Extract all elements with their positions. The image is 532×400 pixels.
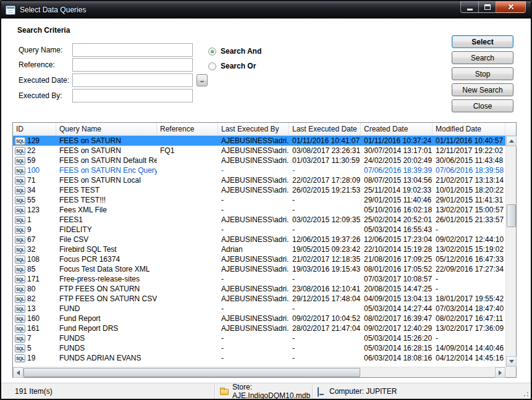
cell-by: - <box>218 353 289 363</box>
cell-id: SQL108 <box>13 254 56 264</box>
grid-row[interactable]: SQL34FEES TESTAJEBUSINESS\adri...26/02/2… <box>13 185 505 195</box>
search-button[interactable]: Search <box>452 51 513 64</box>
cell-ref <box>157 274 218 284</box>
radio-search-and[interactable]: Search And <box>208 47 261 56</box>
cell-last: - <box>289 225 361 235</box>
column-header-last-executed-by[interactable]: Last Executed By <box>218 123 289 135</box>
cell-ref <box>157 314 218 323</box>
grid-row[interactable]: SQL80FTP FEES ON SATURNAJEBUSINESS\adri.… <box>13 284 505 294</box>
grid-row[interactable]: SQL67File CSVAJEBUSINESS\adri...12/06/20… <box>13 235 505 244</box>
grid-row[interactable]: SQL108Focus PCR 16374AJEBUSINESS\adri...… <box>13 254 505 264</box>
radio-search-and-circle[interactable] <box>208 48 216 56</box>
cell-created: 08/01/2016 17:05:52 <box>361 264 433 274</box>
scroll-up-button[interactable] <box>506 136 517 146</box>
cell-ref <box>157 294 218 304</box>
reference-input[interactable] <box>72 58 193 72</box>
sql-query-icon: SQL <box>15 256 25 264</box>
grid-row[interactable]: SQL160Fund ReportAJEBUSINESS\adri...09/0… <box>13 314 505 323</box>
column-header-reference[interactable]: Reference <box>157 123 218 135</box>
grid-row[interactable]: SQL5FUNDS--05/03/2014 16:28:1514/09/2014… <box>13 343 505 353</box>
stop-button[interactable]: Stop <box>452 67 513 80</box>
sql-query-icon: SQL <box>15 196 25 204</box>
grid-row[interactable]: SQL32Firebird SQL TestAdrian19/05/2015 0… <box>13 244 505 254</box>
grid-row[interactable]: SQL9FIDELITY--05/03/2014 16:55:43- <box>13 225 505 235</box>
cell-id: SQL5 <box>13 343 56 353</box>
cell-last: 09/02/2017 10:04:52 <box>289 314 361 323</box>
sql-query-icon: SQL <box>15 305 25 313</box>
cell-created: 05/03/2014 16:28:15 <box>361 343 433 353</box>
executed-date-input[interactable] <box>72 73 193 87</box>
cell-name: Focus PCR 16374 <box>56 254 157 264</box>
radio-search-or[interactable]: Search Or <box>208 62 256 70</box>
query-id: 1 <box>27 215 32 225</box>
minimize-button[interactable] <box>460 1 479 13</box>
grid-row[interactable]: SQL85Focus Test Data Store XMLAJEBUSINES… <box>13 264 505 274</box>
status-store-panel: Store: AJE.IndigoDQM10.mdb <box>214 383 312 399</box>
grid-row[interactable]: SQL161Fund Report DRSAJEBUSINESS\adri...… <box>13 323 505 333</box>
cell-id: SQL19 <box>13 353 56 363</box>
scroll-right-button[interactable] <box>495 367 505 378</box>
grid-row[interactable]: SQL82FTP FEES ON SATURN CSVAJEBUSINESS\a… <box>13 294 505 304</box>
column-header-query-name[interactable]: Query Name <box>56 123 157 135</box>
scroll-down-button[interactable] <box>506 356 517 367</box>
horizontal-scroll-thumb[interactable] <box>23 368 360 377</box>
close-button[interactable]: Close <box>452 99 513 112</box>
cell-modified: 10/01/2015 18:20:22 <box>433 185 505 195</box>
cell-name: FEES on SATURN <box>56 146 157 156</box>
grid-row[interactable]: SQL55FEES TEST!!!--29/01/2015 11:40:4629… <box>13 195 505 205</box>
cell-modified: 08/02/2017 16:47:11 <box>433 314 505 323</box>
resize-grip[interactable] <box>522 390 529 397</box>
column-header-id[interactable]: ID <box>13 123 56 135</box>
cell-name: File CSV <box>56 235 157 244</box>
cell-created: 24/02/2015 20:02:49 <box>361 156 433 165</box>
horizontal-scrollbar[interactable] <box>13 367 505 377</box>
status-bar: 191 Item(s) Store: AJE.IndigoDQM10.mdb C… <box>1 383 531 399</box>
close-window-button[interactable] <box>496 1 526 13</box>
grid-row[interactable]: SQL22FEES on SATURNFQ1AJEBUSINESS\adri..… <box>13 146 505 156</box>
vertical-scroll-thumb[interactable] <box>507 204 516 227</box>
grid-row[interactable]: SQL171Free-press-release-sites--07/03/20… <box>13 274 505 284</box>
cell-modified: 13/02/2015 15:19:02 <box>433 244 505 254</box>
cell-ref <box>157 284 218 294</box>
radio-search-or-circle[interactable] <box>208 62 216 70</box>
query-name-input[interactable] <box>72 43 193 57</box>
cell-last: - <box>289 274 361 284</box>
cell-ref <box>157 244 218 254</box>
scroll-left-button[interactable] <box>13 367 23 378</box>
cell-modified: - <box>433 274 505 284</box>
maximize-button[interactable] <box>479 1 496 13</box>
cell-name: Focus Test Data Store XML <box>56 264 157 274</box>
new-search-button[interactable]: New Search <box>452 83 513 96</box>
executed-by-input[interactable] <box>72 89 193 102</box>
column-header-last-executed-date[interactable]: Last Executed Date <box>289 123 361 135</box>
cell-name: Fund Report <box>56 314 157 323</box>
query-id: 85 <box>27 264 35 274</box>
vertical-scrollbar[interactable] <box>505 136 516 367</box>
radio-search-or-label: Search Or <box>221 62 256 70</box>
grid-row[interactable]: SQL59FEES on SATURN Default ReportAJEBUS… <box>13 156 505 165</box>
select-button[interactable]: Select <box>452 35 513 48</box>
grid-row[interactable]: SQL71FEES on SATURN LocalAJEBUSINESS\adr… <box>13 175 505 185</box>
grid-row[interactable]: SQL19FUNDS ADRIAN EVANS--06/03/2014 18:0… <box>13 353 505 363</box>
cell-name: Fund Report DRS <box>56 323 157 333</box>
cell-id: SQL34 <box>13 185 56 195</box>
cell-created: 29/01/2015 11:40:46 <box>361 195 433 205</box>
grid-row[interactable]: SQL7FUNDS--05/03/2014 15:26:20- <box>13 333 505 343</box>
column-header-modified-date[interactable]: Modified Date <box>433 123 505 135</box>
column-header-created-date[interactable]: Created Date <box>361 123 433 135</box>
grid-row[interactable]: SQL13FUND--05/03/2014 14:27:4407/03/2014… <box>13 304 505 314</box>
sql-query-icon: SQL <box>15 167 25 175</box>
cell-ref <box>157 165 218 175</box>
cell-name: FUNDS <box>56 333 157 343</box>
sql-query-icon: SQL <box>15 285 25 293</box>
grid-row[interactable]: SQL129FEES on SATURNAJEBUSINESS\adri...0… <box>13 136 505 146</box>
cell-id: SQL161 <box>13 323 56 333</box>
cell-created: 01/11/2016 10:37:24 <box>361 136 433 146</box>
grid-row[interactable]: SQL123Fees XML File--05/10/2016 16:02:18… <box>13 205 505 215</box>
grid-row[interactable]: SQL100FEES on SATURN Enc Query--07/06/20… <box>13 165 505 175</box>
cell-modified: 21/02/2017 13:13:14 <box>433 175 505 185</box>
grid-row[interactable]: SQL1FEES1AJEBUSINESS\adri...03/02/2015 1… <box>13 215 505 225</box>
date-browse-button[interactable]: .. <box>196 74 208 86</box>
arrow-left-icon <box>17 370 20 375</box>
folder-icon <box>220 389 229 395</box>
